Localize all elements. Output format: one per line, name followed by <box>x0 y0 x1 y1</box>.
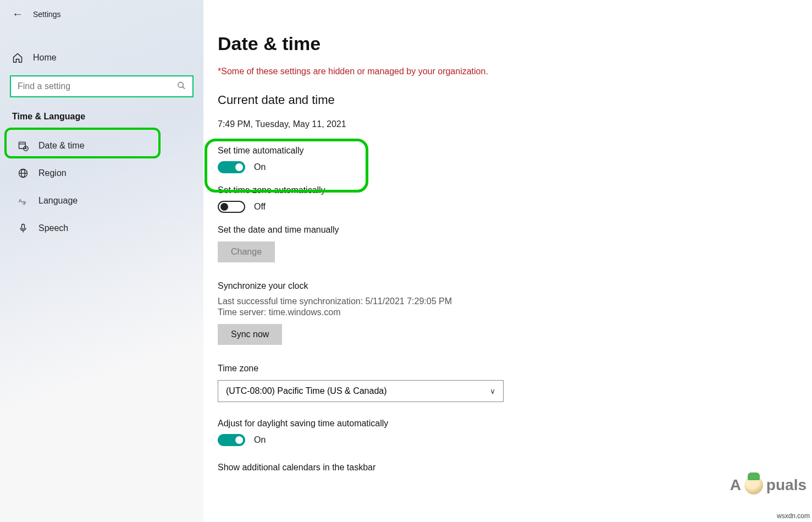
sidebar-item-language[interactable]: A字 Language <box>5 188 198 214</box>
sidebar-item-date-time[interactable]: Date & time <box>5 133 198 159</box>
dst-toggle[interactable] <box>218 434 245 446</box>
tz-label: Time zone <box>218 364 812 373</box>
microphone-icon <box>18 223 29 234</box>
set-tz-auto-label: Set time zone automatically <box>218 185 812 195</box>
sidebar-category: Time & Language <box>0 97 203 131</box>
watermark-text-a: A <box>730 476 741 494</box>
sidebar-item-speech[interactable]: Speech <box>5 215 198 241</box>
set-time-auto-toggle[interactable] <box>218 161 245 173</box>
sidebar-label-speech: Speech <box>38 223 68 233</box>
tz-value: (UTC-08:00) Pacific Time (US & Canada) <box>226 386 387 396</box>
page-title: Date & time <box>218 33 812 54</box>
watermark-text-b: puals <box>766 476 807 494</box>
svg-text:字: 字 <box>22 200 26 206</box>
tz-select[interactable]: (UTC-08:00) Pacific Time (US & Canada) ∨ <box>218 380 504 402</box>
sidebar-item-region[interactable]: Region <box>5 160 198 186</box>
watermark-avatar-icon <box>744 476 763 494</box>
language-icon: A字 <box>18 195 29 206</box>
home-label: Home <box>33 53 57 63</box>
org-warning: *Some of these settings are hidden or ma… <box>218 67 812 76</box>
dst-label: Adjust for daylight saving time automati… <box>218 419 812 428</box>
calendar-clock-icon <box>18 140 29 151</box>
set-manual-label: Set the date and time manually <box>218 225 812 235</box>
sidebar-label-language: Language <box>38 196 78 206</box>
change-button[interactable]: Change <box>218 241 275 262</box>
sync-now-button[interactable]: Sync now <box>218 324 282 345</box>
show-cal-label: Show additional calendars in the taskbar <box>218 463 812 472</box>
watermark-site: wsxdn.com <box>777 512 810 520</box>
section-current-date-time: Current date and time <box>218 93 812 107</box>
globe-icon <box>18 168 29 179</box>
svg-rect-10 <box>22 224 25 229</box>
watermark-appuals: A puals <box>730 476 807 494</box>
set-tz-auto-state: Off <box>254 202 266 212</box>
app-title: Settings <box>33 10 61 19</box>
svg-rect-2 <box>19 142 26 149</box>
main-content: Date & time *Some of these settings are … <box>218 0 812 522</box>
back-arrow-icon[interactable]: ← <box>12 8 23 20</box>
current-datetime-value: 7:49 PM, Tuesday, May 11, 2021 <box>218 119 812 129</box>
dst-state: On <box>254 435 266 445</box>
settings-sidebar: ← Settings Home Time & Language Date & t… <box>0 0 203 522</box>
chevron-down-icon: ∨ <box>490 387 495 395</box>
sync-last: Last successful time synchronization: 5/… <box>218 296 812 306</box>
home-icon <box>12 52 23 63</box>
sync-server: Time server: time.windows.com <box>218 307 812 317</box>
search-input[interactable] <box>10 75 194 97</box>
sidebar-label-date-time: Date & time <box>38 141 85 151</box>
sync-label: Synchronize your clock <box>218 281 812 291</box>
set-time-auto-state: On <box>254 162 266 172</box>
sidebar-home[interactable]: Home <box>0 47 203 69</box>
set-time-auto-label: Set time automatically <box>218 146 812 156</box>
set-tz-auto-toggle[interactable] <box>218 201 245 213</box>
sidebar-label-region: Region <box>38 168 67 178</box>
